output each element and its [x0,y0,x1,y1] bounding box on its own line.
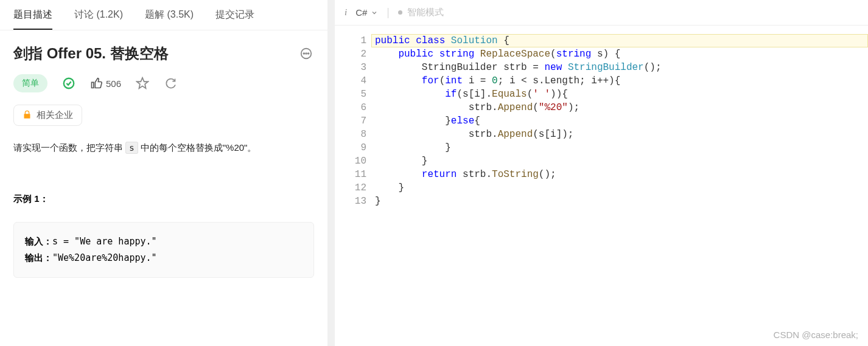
example-block: 输入：s = "We are happy." 输出："We%20are%20ha… [13,222,314,278]
refresh-icon [164,77,177,89]
lock-icon [23,110,32,121]
smart-mode-toggle[interactable]: 智能模式 [398,7,444,18]
code-line[interactable]: } [375,181,868,195]
status-dot-icon [398,10,402,15]
smart-mode-label: 智能模式 [407,7,444,18]
line-number: 3 [335,61,366,74]
example-title: 示例 1： [13,193,314,205]
input-label: 输入： [25,236,52,247]
like-count: 506 [106,78,121,89]
code-area[interactable]: public class Solution { public string Re… [375,34,868,208]
favorite-button[interactable] [136,77,149,90]
code-line[interactable]: return strb.ToString(); [375,168,868,181]
code-line[interactable]: strb.Append(s[i]); [375,128,868,141]
line-number: 9 [335,141,366,154]
difficulty-badge: 简单 [13,74,47,92]
star-icon [136,77,149,90]
chevron-down-icon [371,9,378,16]
line-number: 12 [335,181,366,195]
line-number: 7 [335,114,366,128]
problem-description: 请实现一个函数，把字符串 s 中的每个空格替换成"%20"。 [13,139,314,157]
tab-discuss[interactable]: 讨论 (1.2K) [74,9,123,30]
output-label: 输出： [25,252,52,263]
code-line[interactable]: } [375,141,868,154]
tab-solution[interactable]: 题解 (3.5K) [145,9,194,30]
related-companies-label: 相关企业 [37,109,73,121]
code-line[interactable]: } [375,195,868,208]
tab-description[interactable]: 题目描述 [13,9,52,30]
line-number: 8 [335,128,366,141]
code-line[interactable]: StringBuilder strb = new StringBuilder()… [375,61,868,74]
code-line[interactable]: strb.Append("%20"); [375,101,868,114]
pane-divider[interactable] [327,0,335,346]
line-number: 10 [335,154,366,168]
line-number: 1 [335,34,366,47]
code-line[interactable]: public string ReplaceSpace(string s) { [375,47,868,61]
svg-point-2 [306,53,307,54]
input-value: s = "We are happy." [52,236,157,247]
info-icon[interactable]: i [345,7,347,18]
share-button[interactable] [164,77,177,90]
language-label: C# [355,7,367,18]
line-number: 6 [335,101,366,114]
svg-point-3 [308,53,309,54]
code-line[interactable]: if(s[i].Equals(' ')){ [375,88,868,101]
like-button[interactable]: 506 [90,77,121,89]
problem-title: 剑指 Offer 05. 替换空格 [13,44,169,63]
output-value: "We%20are%20happy." [52,252,157,263]
code-line[interactable]: public class Solution { [375,34,868,47]
thumbs-up-icon [90,77,102,89]
line-number: 11 [335,168,366,181]
line-number: 13 [335,195,366,208]
code-line[interactable]: for(int i = 0; i < s.Length; i++){ [375,74,868,88]
problem-scroll-area[interactable]: 题目描述 讨论 (1.2K) 题解 (3.5K) 提交记录 剑指 Offer 0… [0,0,327,346]
line-number: 5 [335,88,366,101]
line-number: 2 [335,47,366,61]
solved-check-icon [62,77,75,90]
line-gutter: 12345678910111213 [335,34,375,208]
line-number: 4 [335,74,366,88]
related-companies-button[interactable]: 相关企业 [13,105,82,126]
more-options-icon[interactable] [298,46,314,61]
editor-header: i C# | 智能模式 [335,0,868,26]
code-line[interactable]: } [375,154,868,168]
svg-point-1 [303,53,304,54]
tab-submissions[interactable]: 提交记录 [215,9,254,30]
watermark: CSDN @case:break; [774,330,858,340]
code-editor[interactable]: 12345678910111213 public class Solution … [335,26,868,208]
language-selector[interactable]: C# [355,7,378,18]
code-line[interactable]: }else{ [375,114,868,128]
inline-code: s [125,142,138,154]
problem-tabs: 题目描述 讨论 (1.2K) 题解 (3.5K) 提交记录 [0,0,327,30]
